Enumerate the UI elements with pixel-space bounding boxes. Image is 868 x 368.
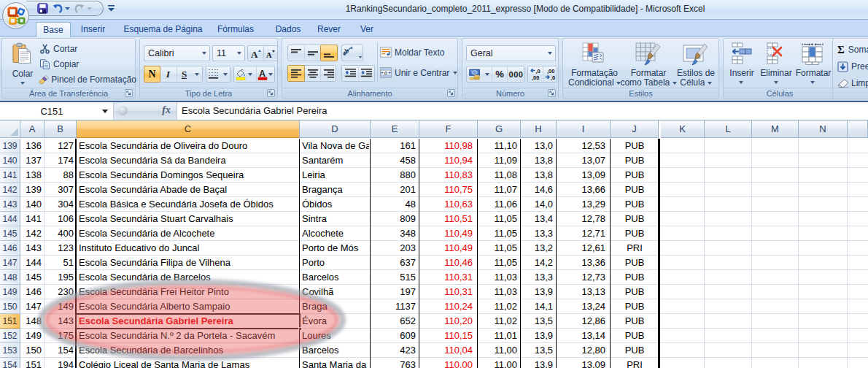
- row-header-142[interactable]: 142: [0, 183, 20, 197]
- column-header-A[interactable]: A: [20, 120, 44, 138]
- column-header-partial[interactable]: [848, 120, 868, 138]
- alignment-dialog-launcher-icon[interactable]: [447, 89, 455, 97]
- column-header-M[interactable]: M: [752, 120, 799, 138]
- cell-H151[interactable]: 13,5: [521, 314, 553, 329]
- cell-A150[interactable]: 147: [20, 299, 42, 314]
- cell-H139[interactable]: 13,0: [521, 139, 553, 153]
- tab-formulas[interactable]: Fórmulas: [211, 22, 260, 37]
- format-painter-button[interactable]: Pincel de Formatação: [37, 72, 136, 86]
- cell-E152[interactable]: 609: [371, 329, 416, 343]
- cell-G152[interactable]: 11,01: [478, 329, 517, 343]
- cell-H150[interactable]: 14,1: [521, 299, 553, 314]
- paste-button[interactable]: [7, 42, 39, 87]
- font-name-combo[interactable]: Calibri: [144, 45, 210, 61]
- cell-F150[interactable]: 110,24: [419, 299, 473, 314]
- cell-E140[interactable]: 458: [371, 153, 416, 168]
- format-cells-dropdown-icon[interactable]: [810, 81, 815, 84]
- cell-B145[interactable]: 400: [44, 226, 74, 241]
- decrease-decimal-button[interactable]: ,00 ,0: [543, 66, 557, 82]
- cell-D147[interactable]: Porto: [302, 256, 369, 270]
- cell-I139[interactable]: 12,53: [557, 139, 605, 153]
- cell-G139[interactable]: 11,10: [478, 139, 517, 153]
- cell-B154[interactable]: 194: [44, 358, 74, 368]
- cell-C149[interactable]: Escola Secundária Frei Heitor Pinto: [79, 285, 298, 299]
- paste-dropdown-icon[interactable]: [20, 82, 25, 85]
- cell-D148[interactable]: Barcelos: [302, 270, 369, 285]
- cell-G144[interactable]: 11,05: [478, 212, 517, 226]
- cell-E142[interactable]: 201: [371, 183, 416, 197]
- cell-E144[interactable]: 809: [371, 212, 416, 226]
- cell-J149[interactable]: PUB: [611, 285, 659, 299]
- cell-F151[interactable]: 110,20: [419, 314, 473, 329]
- cell-G153[interactable]: 11,00: [478, 343, 517, 358]
- cell-C146[interactable]: Instituto Educativo do Juncal: [79, 241, 298, 256]
- cell-F146[interactable]: 110,49: [419, 241, 473, 256]
- cell-J152[interactable]: PUB: [611, 329, 659, 343]
- cell-I141[interactable]: 13,09: [557, 168, 605, 183]
- currency-button[interactable]: [467, 66, 483, 82]
- clipboard-dialog-launcher-icon[interactable]: [125, 89, 133, 97]
- cell-I153[interactable]: 12,80: [557, 343, 605, 358]
- cell-J147[interactable]: PUB: [611, 256, 659, 270]
- cell-H140[interactable]: 13,8: [521, 153, 553, 168]
- cell-D151[interactable]: Évora: [302, 314, 369, 329]
- row-header-147[interactable]: 147: [0, 256, 20, 270]
- cell-D139[interactable]: Vila Nova de Gaia: [302, 139, 369, 153]
- cell-A149[interactable]: 146: [20, 285, 42, 299]
- cut-button[interactable]: Cortar: [37, 42, 132, 55]
- cell-C142[interactable]: Escola Secundária Abade de Baçal: [79, 183, 298, 197]
- increase-indent-button[interactable]: [358, 66, 374, 81]
- row-header-144[interactable]: 144: [0, 212, 20, 226]
- percent-button[interactable]: %: [492, 66, 507, 82]
- cell-G146[interactable]: 11,05: [478, 241, 517, 256]
- format-as-table-label[interactable]: Formatar como Tabela: [620, 69, 677, 88]
- underline-dropdown[interactable]: [191, 66, 203, 82]
- cell-I154[interactable]: 13,09: [557, 358, 605, 368]
- align-top-button[interactable]: [288, 45, 304, 61]
- borders-button[interactable]: [206, 66, 230, 83]
- cell-D141[interactable]: Leiria: [302, 168, 369, 183]
- cell-I142[interactable]: 13,66: [557, 183, 605, 197]
- cell-B139[interactable]: 127: [44, 139, 74, 153]
- cell-B142[interactable]: 307: [44, 183, 74, 197]
- row-header-152[interactable]: 152: [0, 329, 20, 343]
- cell-F147[interactable]: 110,46: [419, 256, 473, 270]
- cell-F148[interactable]: 110,31: [419, 270, 473, 285]
- tab-base[interactable]: Base: [36, 22, 71, 37]
- cell-I151[interactable]: 12,86: [557, 314, 605, 329]
- cell-H142[interactable]: 14,6: [521, 183, 553, 197]
- cell-A154[interactable]: 151: [20, 358, 42, 368]
- cell-C141[interactable]: Escola Secundária Domingos Sequeira: [79, 168, 298, 183]
- cell-H147[interactable]: 14,2: [521, 256, 553, 270]
- formula-input[interactable]: Escola Secundária Gabriel Pereira: [177, 102, 868, 120]
- cell-C154[interactable]: Colégio Liceal de Santa Maria de Lamas: [79, 358, 298, 368]
- row-header-139[interactable]: 139: [0, 139, 20, 153]
- cell-C144[interactable]: Escola Secundária Stuart Carvalhais: [79, 212, 298, 226]
- cell-J148[interactable]: PUB: [611, 270, 659, 285]
- cell-D150[interactable]: Braga: [302, 299, 369, 314]
- cell-B149[interactable]: 230: [44, 285, 74, 299]
- cell-E150[interactable]: 1137: [371, 299, 416, 314]
- font-color-dropdown[interactable]: [266, 66, 275, 82]
- cell-J140[interactable]: PUB: [611, 153, 659, 168]
- cell-J154[interactable]: PRI: [611, 358, 659, 368]
- row-header-141[interactable]: 141: [0, 168, 20, 183]
- row-header-146[interactable]: 146: [0, 241, 20, 256]
- row-header-154[interactable]: 154: [0, 358, 20, 368]
- cell-I149[interactable]: 13,13: [557, 285, 605, 299]
- cell-H153[interactable]: 13,5: [521, 343, 553, 358]
- cell-E149[interactable]: 197: [371, 285, 416, 299]
- cell-A152[interactable]: 149: [20, 329, 42, 343]
- insert-function-icon[interactable]: fx: [162, 104, 171, 116]
- cell-I148[interactable]: 12,73: [557, 270, 605, 285]
- underline-button[interactable]: S: [177, 66, 191, 82]
- cell-E154[interactable]: 763: [371, 358, 416, 368]
- currency-dropdown[interactable]: [483, 66, 492, 82]
- copy-button[interactable]: Copiar: [37, 57, 132, 71]
- cell-F143[interactable]: 110,63: [419, 197, 473, 212]
- merge-center-dropdown-icon[interactable]: [453, 72, 457, 74]
- cell-F141[interactable]: 110,83: [419, 168, 473, 183]
- row-header-149[interactable]: 149: [0, 285, 20, 299]
- bold-button[interactable]: N: [144, 66, 160, 83]
- cell-H149[interactable]: 13,9: [521, 285, 553, 299]
